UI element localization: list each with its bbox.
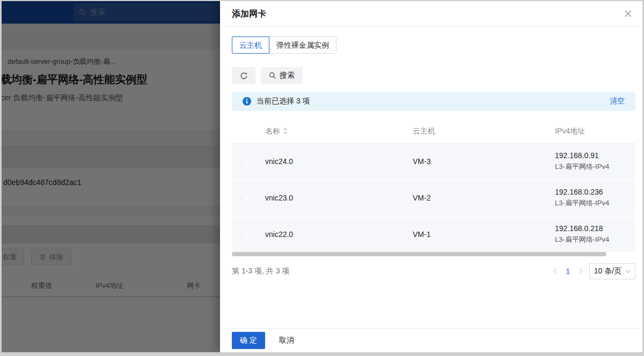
drawer-footer: 确 定 取消 [220,328,642,352]
col-header-ip: IPv4地址 [555,127,635,136]
selection-count-text: 当前已选择 3 项 [257,97,310,106]
tab-cloud-host[interactable]: 云主机 [232,36,269,54]
search-icon [269,72,276,79]
next-page-icon[interactable] [577,268,584,275]
network-name: L3-扁平网络-IPv4 [555,162,635,172]
network-name: L3-扁平网络-IPv4 [555,235,635,244]
drawer-header: 添加网卡 [220,1,642,26]
vm-name: VM-1 [413,230,555,239]
drawer-toolbar: 搜索 [232,67,303,84]
ip-address: 192.168.0.236 [555,188,635,196]
pagination: 第 1-3 项, 共 3 项 1 10 条/页 [232,262,635,280]
refresh-icon [240,72,248,80]
col-header-name[interactable]: 名称 [265,127,413,136]
table-row[interactable]: vnic24.0 VM-3 192.168.0.91 L3-扁平网络-IPv4 [232,144,635,179]
nic-name: vnic22.0 [265,230,413,239]
tab-baremetal[interactable]: 弹性裸金属实例 [269,36,336,54]
prev-page-icon[interactable] [551,268,559,275]
search-button[interactable]: 搜索 [261,67,303,84]
horizontal-scrollbar [232,252,635,256]
ip-address: 192.168.0.218 [555,224,635,233]
clear-selection-link[interactable]: 清空 [610,97,625,106]
instance-type-tabs: 云主机 弹性裸金属实例 [232,36,336,54]
page-size-select[interactable]: 10 条/页 [589,263,635,279]
pagination-summary: 第 1-3 项, 共 3 项 [232,266,289,276]
vm-name: VM-3 [413,157,555,166]
confirm-button[interactable]: 确 定 [232,332,265,349]
table-row[interactable]: vnic23.0 VM-2 192.168.0.236 L3-扁平网络-IPv4 [232,180,635,216]
refresh-button[interactable] [232,67,255,84]
ip-address: 192.168.0.91 [555,151,635,160]
network-name: L3-扁平网络-IPv4 [555,198,635,208]
close-icon[interactable] [621,1,635,26]
info-icon [243,97,251,106]
scrollbar-thumb[interactable] [232,252,606,256]
nic-name: vnic24.0 [265,157,413,166]
page-number[interactable]: 1 [566,267,570,276]
app-window: 搜索 default-server-group-负载均衡-扁... 载均衡-扁平… [2,1,642,352]
chevron-down-icon [625,270,631,273]
nic-table-header: 名称 云主机 IPv4地址 [232,119,635,144]
table-row[interactable]: vnic22.0 VM-1 192.168.0.218 L3-扁平网络-IPv4 [232,217,635,252]
drawer-title: 添加网卡 [232,1,266,26]
selection-info-bar: 当前已选择 3 项 清空 [232,92,635,111]
pagination-controls: 1 10 条/页 [551,263,635,279]
nic-name: vnic23.0 [265,194,413,202]
page-size-value: 10 条/页 [594,266,621,276]
search-button-label: 搜索 [280,71,295,80]
cancel-button[interactable]: 取消 [279,336,294,345]
nic-table: 名称 云主机 IPv4地址 vnic24.0 VM-3 192.168.0.91… [232,119,635,253]
col-header-vm: 云主机 [413,127,555,136]
modal-overlay[interactable] [2,1,220,352]
add-nic-drawer: 添加网卡 云主机 弹性裸金属实例 搜索 当前已选择 3 项 清空 [220,1,642,352]
vm-name: VM-2 [413,194,555,202]
sort-icon[interactable] [283,128,288,135]
